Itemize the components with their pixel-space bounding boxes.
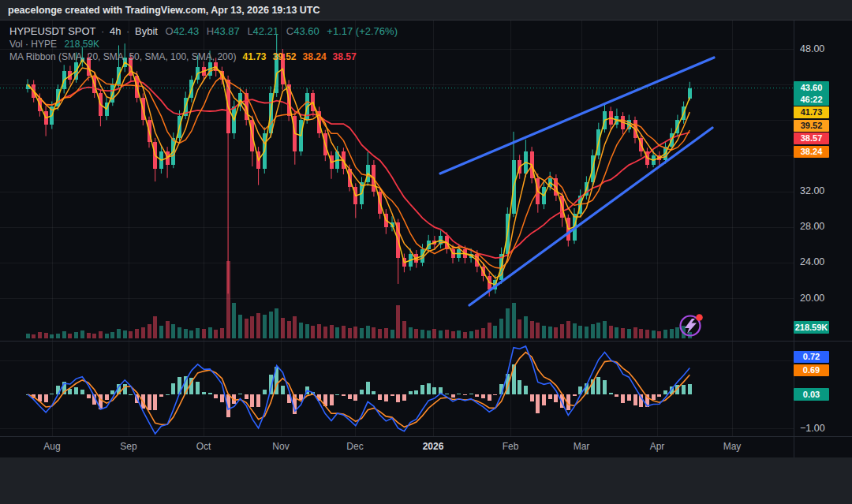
price-axis-label[interactable]: 28.00 [800, 221, 824, 232]
ma-ribbon-legend-row[interactable]: MA Ribbon (SMA, 20, SMA, 50, SMA, 100, S… [9, 50, 398, 63]
ma-ribbon-values: 41.7339.5238.2438.57 [236, 51, 356, 62]
chart-canvas[interactable] [0, 0, 852, 504]
time-axis-label[interactable]: Nov [272, 441, 289, 452]
price-axis-label[interactable]: 32.00 [800, 185, 824, 196]
price-axis-label[interactable]: 20.00 [800, 293, 824, 304]
sma-100-line [28, 76, 689, 268]
macd-main-line [28, 346, 689, 434]
sma200-badge: 38.57 [794, 133, 829, 144]
symbol-title[interactable]: HYPEUSDT SPOT [9, 25, 95, 37]
exchange-name: Bybit [135, 25, 158, 37]
tradingview-chart: peacelonge created with TradingView.com,… [0, 0, 852, 504]
symbol-legend-row[interactable]: HYPEUSDT SPOT · 4h · Bybit O42.43 H43.87… [9, 25, 398, 38]
sma-50-line [28, 68, 689, 278]
time-axis-label[interactable]: Aug [43, 441, 60, 452]
time-axis-label[interactable]: 2026 [423, 441, 444, 452]
ma-ribbon-value: 38.24 [303, 51, 327, 62]
time-axis-label[interactable]: Oct [196, 441, 211, 452]
sma-20-line [28, 60, 689, 285]
volume-value: 218.59K [64, 39, 99, 50]
price-axis-label[interactable]: 48.00 [800, 43, 824, 54]
footer-bar: TradingView [0, 457, 852, 504]
pane-dividers[interactable] [0, 21, 852, 457]
price-axis-label[interactable]: 24.00 [800, 256, 824, 267]
ma-ribbon-value: 41.73 [242, 51, 266, 62]
lightning-bolt-icon [685, 319, 697, 334]
ma-ribbon-label[interactable]: MA Ribbon (SMA, 20, SMA, 50, SMA, 100, S… [9, 51, 236, 62]
volume-badge: 218.59K [794, 321, 829, 334]
time-axis-label[interactable]: Sep [120, 441, 136, 452]
macd-line-badge: 0.72 [794, 351, 829, 363]
time-axis-label[interactable]: Apr [650, 441, 665, 452]
separator: · [124, 25, 132, 37]
change-value: +1.17 (+2.76%) [327, 25, 398, 37]
macd-signal-badge: 0.69 [794, 364, 829, 376]
time-axis-label[interactable]: Mar [574, 441, 590, 452]
macd-hist-badge: 0.03 [794, 388, 829, 401]
time-axis-label[interactable]: Dec [346, 441, 363, 452]
open-value: 42.43 [174, 25, 200, 37]
sma-200-line [28, 80, 689, 258]
high-value: 43.87 [214, 25, 240, 37]
low-value: 42.21 [253, 25, 279, 37]
volume-legend-row[interactable]: Vol · HYPE 218.59K [9, 38, 398, 50]
macd-lines [28, 346, 689, 434]
volume-label[interactable]: Vol · HYPE [9, 39, 57, 50]
macd-signal-line [28, 353, 689, 427]
interval-value[interactable]: 4h [110, 25, 121, 37]
low-label: L [247, 25, 252, 37]
chart-legend: HYPEUSDT SPOT · 4h · Bybit O42.43 H43.87… [9, 25, 398, 63]
time-axis-label[interactable]: Feb [503, 441, 519, 452]
sma100-badge: 38.24 [794, 146, 829, 158]
current-price-badge: 43.6046:22 [794, 81, 829, 106]
sma20-badge: 41.73 [794, 106, 829, 118]
close-value: 43.60 [293, 25, 320, 37]
ma-ribbon-lines [28, 60, 689, 285]
attribution-bar: peacelonge created with TradingView.com,… [0, 0, 852, 21]
close-label: C [286, 25, 293, 37]
volume-histogram [26, 261, 692, 338]
macd-axis-label[interactable]: −1.00 [800, 423, 825, 434]
candles-layer [26, 35, 692, 297]
open-label: O [166, 25, 174, 37]
time-axis-label[interactable]: May [723, 441, 742, 452]
attribution-text: peacelonge created with TradingView.com,… [8, 5, 320, 16]
ma-ribbon-value: 38.57 [333, 51, 357, 62]
notification-dot [696, 314, 703, 321]
separator: · [99, 25, 106, 37]
boost-button[interactable] [677, 312, 705, 340]
ma-ribbon-value: 39.52 [273, 51, 297, 62]
sma50-badge: 39.52 [794, 120, 829, 132]
high-label: H [207, 25, 214, 37]
